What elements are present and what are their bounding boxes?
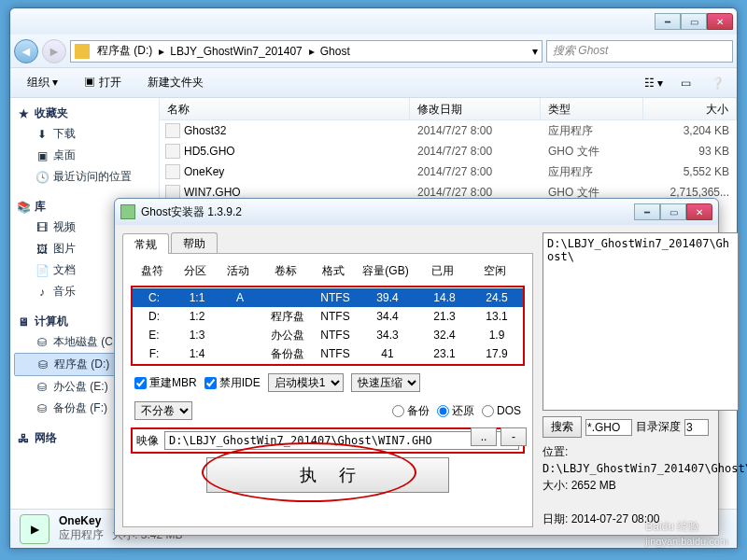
file-icon [165, 123, 180, 138]
path-display[interactable]: D:\LBJY_GhostWin7_201407\Ghost\ [543, 232, 739, 411]
drive-icon [75, 44, 90, 59]
file-row[interactable]: OneKey2014/7/27 8:00应用程序5,552 KB [160, 161, 737, 182]
partition-header: 盘符分区活动卷标格式容量(GB)已用空闲 [131, 261, 525, 280]
search-input[interactable]: 搜索 Ghost [546, 40, 733, 63]
sidebar-item-recent[interactable]: 🕓最近访问的位置 [14, 166, 155, 188]
disable-ide-checkbox[interactable]: 禁用IDE [204, 375, 261, 391]
file-icon [165, 164, 180, 179]
restore-radio[interactable]: 还原 [437, 403, 474, 419]
partition-row[interactable]: F:1:4备份盘NTFS4123.117.9 [133, 344, 523, 363]
depth-input[interactable] [684, 419, 709, 436]
no-volume-select[interactable]: 不分卷 [134, 401, 192, 420]
options-row-2: 不分卷 备份 还原 DOS [131, 399, 525, 422]
search-placeholder: 搜索 Ghost [553, 43, 608, 59]
sidebar-favorites-hdr[interactable]: ★收藏夹 [14, 104, 155, 123]
help-button[interactable]: ❔ [705, 73, 729, 93]
nav-back-button[interactable]: ◄ [14, 39, 38, 63]
minimize-button[interactable]: ━ [655, 13, 681, 30]
tab-normal[interactable]: 常规 [122, 233, 169, 254]
explorer-toolbar: 组织 ▾ ▣ 打开 新建文件夹 ☷ ▾ ▭ ❔ [10, 68, 737, 98]
sidebar-item-desktop[interactable]: ▣桌面 [14, 145, 155, 166]
depth-label: 目录深度 [636, 419, 681, 435]
app-icon [120, 204, 135, 219]
browse-button[interactable]: .. [471, 427, 497, 446]
dialog-title: Ghost安装器 1.3.9.2 [141, 204, 242, 220]
dialog-close-button[interactable]: ✕ [686, 203, 712, 220]
app-icon: ▶ [20, 514, 49, 544]
file-icon [165, 144, 180, 159]
column-headers[interactable]: 名称 修改日期 类型 大小 [160, 98, 737, 120]
rebuild-mbr-checkbox[interactable]: 重建MBR [134, 375, 197, 391]
boot-module-select[interactable]: 启动模块1 [268, 373, 344, 392]
nav-forward-button[interactable]: ► [42, 39, 66, 63]
dialog-minimize-button[interactable]: ━ [634, 203, 660, 220]
search-button[interactable]: 搜索 [543, 416, 582, 438]
partition-row[interactable]: C:1:1ANTFS39.414.824.5 [133, 288, 523, 307]
breadcrumb-seg[interactable]: 程序盘 (D:) [92, 43, 159, 59]
maximize-button[interactable]: ▭ [681, 13, 707, 30]
preview-pane-button[interactable]: ▭ [673, 73, 698, 93]
explorer-titlebar: ━ ▭ ✕ [10, 8, 737, 35]
address-bar: ◄ ► 程序盘 (D:)▸ LBJY_GhostWin7_201407▸ Gho… [10, 35, 737, 68]
options-row-1: 重建MBR 禁用IDE 启动模块1 快速压缩 [131, 371, 525, 394]
view-button[interactable]: ☷ ▾ [641, 73, 666, 93]
tabs: 常规 帮助 [122, 232, 533, 253]
col-date[interactable]: 修改日期 [410, 98, 541, 119]
pattern-input[interactable] [585, 419, 632, 436]
sidebar-item-downloads[interactable]: ⬇下载 [14, 123, 155, 145]
dialog-maximize-button[interactable]: ▭ [660, 203, 686, 220]
dos-radio[interactable]: DOS [482, 404, 521, 417]
file-row[interactable]: HD5.GHO2014/7/27 8:00GHO 文件93 KB [160, 141, 737, 161]
status-info: 位置: D:\LBJY_GhostWin7_201407\Ghost\WI 大小… [543, 443, 739, 527]
organize-button[interactable]: 组织 ▾ [18, 71, 67, 94]
remove-button[interactable]: - [500, 427, 527, 446]
partition-row[interactable]: E:1:3办公盘NTFS34.332.41.9 [133, 326, 523, 344]
close-button[interactable]: ✕ [707, 13, 733, 30]
open-button[interactable]: ▣ 打开 [75, 71, 130, 94]
col-name[interactable]: 名称 [160, 98, 410, 119]
file-row[interactable]: Ghost322014/7/27 8:00应用程序3,204 KB [160, 120, 737, 141]
breadcrumb-seg[interactable]: Ghost [315, 45, 357, 58]
col-size[interactable]: 大小 [643, 98, 737, 119]
compression-select[interactable]: 快速压缩 [351, 373, 420, 392]
breadcrumb-seg[interactable]: LBJY_GhostWin7_201407 [164, 45, 308, 58]
tab-help[interactable]: 帮助 [171, 232, 218, 253]
breadcrumb[interactable]: 程序盘 (D:)▸ LBJY_GhostWin7_201407▸ Ghost ▾ [70, 40, 543, 63]
dialog-titlebar[interactable]: Ghost安装器 1.3.9.2 ━ ▭ ✕ [115, 199, 718, 225]
col-type[interactable]: 类型 [541, 98, 643, 119]
partition-row[interactable]: D:1:2程序盘NTFS34.421.313.1 [133, 307, 523, 326]
execute-button[interactable]: 执行 [206, 457, 449, 493]
new-folder-button[interactable]: 新建文件夹 [138, 71, 213, 94]
ghost-installer-dialog: Ghost安装器 1.3.9.2 ━ ▭ ✕ 常规 帮助 盘符分区活动卷标格式容… [114, 198, 719, 536]
backup-radio[interactable]: 备份 [392, 403, 430, 419]
